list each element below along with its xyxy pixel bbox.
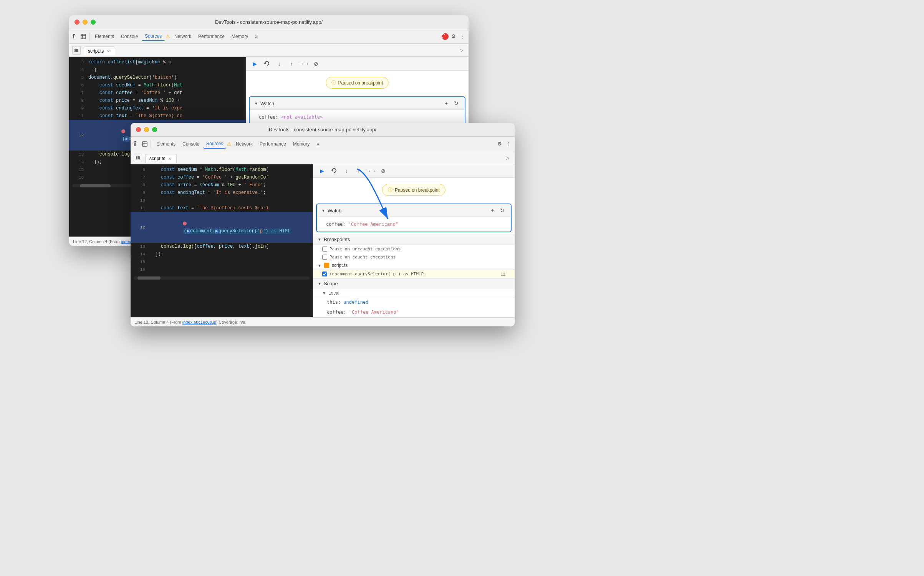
watch-add-btn-front[interactable]: +: [488, 207, 496, 214]
watch-box-front: ▼ Watch + ↻ coffee: "Coffee Americano": [316, 204, 512, 232]
sidebar-toggle-back[interactable]: [72, 46, 81, 55]
bp-line-item: (document.querySelector('p') as HTMLP… 1…: [313, 270, 515, 278]
inspect-icon-back[interactable]: [80, 33, 87, 40]
cursor-icon-front[interactable]: [134, 141, 141, 147]
file-tab-close-front[interactable]: ✕: [167, 156, 172, 161]
step-over-btn-front[interactable]: [329, 166, 339, 176]
step-into-btn-back[interactable]: ↓: [274, 59, 284, 69]
step-btn-front[interactable]: →→: [366, 166, 376, 176]
debug-toolbar-front: ▶ ↓ ↑ →→ ⊘: [313, 164, 515, 178]
cursor-icon-back[interactable]: [72, 33, 79, 40]
file-tabs-back: script.ts ✕ ▷: [69, 44, 469, 57]
step-out-btn-front[interactable]: ↑: [354, 166, 364, 176]
tab-sources-back[interactable]: Sources: [142, 32, 165, 41]
paused-text-back: Paused on breakpoint: [338, 80, 383, 86]
watch-entry-back: coffee: <not available>: [259, 114, 323, 120]
svg-rect-13: [137, 156, 140, 159]
tab-more-front[interactable]: »: [313, 140, 322, 148]
watch-actions-front: + ↻: [488, 207, 506, 214]
close-button-front[interactable]: [136, 127, 141, 132]
bp-line-label: (document.querySelector('p') as HTMLP…: [330, 271, 498, 276]
maximize-button-front[interactable]: [152, 127, 157, 132]
code-line-f7: 7 const coffee = 'Coffee ' + getRandomCo…: [131, 174, 313, 181]
tab-elements-front[interactable]: Elements: [153, 140, 179, 148]
minimize-button-back[interactable]: [83, 20, 88, 25]
bp-uncaught-label: Pause on uncaught exceptions: [330, 247, 505, 252]
bp-script-header[interactable]: ▼ 🟧 script.ts: [313, 261, 515, 270]
code-scrollbar-front[interactable]: [134, 276, 310, 280]
code-line-f12: 12 (▶document.▶querySelector('p') as HTM…: [131, 212, 313, 243]
tab-console-back[interactable]: Console: [118, 32, 141, 41]
file-nav-btn-front[interactable]: ▷: [503, 154, 512, 162]
sidebar-toggle-front[interactable]: [134, 154, 142, 162]
local-triangle: ▼: [322, 291, 326, 295]
watch-triangle-back: ▼: [254, 101, 258, 106]
code-line-f6: 6 const seedNum = Math.floor(Math.random…: [131, 166, 313, 174]
tab-more-back[interactable]: »: [252, 32, 261, 41]
close-button-back[interactable]: [75, 20, 79, 25]
step-into-btn-front[interactable]: ↓: [341, 166, 351, 176]
title-bar-back: DevTools - consistent-source-map-pc.netl…: [69, 15, 469, 29]
paused-info-icon-front: ⓘ: [388, 187, 392, 193]
watch-header-back[interactable]: ▼ Watch + ↻: [250, 97, 465, 110]
paused-banner-container-front: ⓘ Paused on breakpoint: [313, 178, 515, 202]
step-btn-back[interactable]: →→: [299, 59, 309, 69]
file-tab-script-back[interactable]: script.ts ✕: [84, 46, 115, 55]
watch-refresh-btn-back[interactable]: ↻: [452, 99, 460, 107]
minimize-button-front[interactable]: [144, 127, 149, 132]
file-tab-script-front[interactable]: script.ts ✕: [145, 154, 177, 163]
tab-sources-front[interactable]: Sources: [203, 139, 226, 149]
scope-triangle: ▼: [318, 281, 321, 286]
resume-btn-front[interactable]: ▶: [317, 166, 327, 176]
bp-line-checkbox[interactable]: [322, 271, 327, 276]
status-link-front[interactable]: index.a8c1ec6b.js: [182, 320, 216, 324]
deactivate-btn-front[interactable]: ⊘: [378, 166, 388, 176]
code-line-7: 7 const coffee = 'Coffee ' + get: [69, 89, 245, 97]
code-line-3: 3 return coffeeList[magicNum % c: [69, 58, 245, 66]
svg-rect-1: [73, 35, 74, 38]
title-bar-front: DevTools - consistent-source-map-pc.netl…: [131, 123, 515, 137]
watch-refresh-btn-front[interactable]: ↻: [498, 207, 506, 214]
status-text-front: Line 12, Column 4 (From index.a8c1ec6b.j…: [134, 320, 245, 324]
bp-uncaught-checkbox[interactable]: [322, 247, 327, 252]
maximize-button-back[interactable]: [91, 20, 96, 25]
settings-icon-front[interactable]: ⚙: [496, 141, 503, 147]
settings-icon-back[interactable]: ⚙: [450, 33, 457, 40]
step-out-btn-back[interactable]: ↑: [286, 59, 296, 69]
window-title-front: DevTools - consistent-source-map-pc.netl…: [269, 127, 376, 132]
local-scope-header[interactable]: ▼ Local: [313, 289, 515, 297]
file-nav-btn-back[interactable]: ▷: [457, 46, 465, 54]
code-area-front: 6 const seedNum = Math.floor(Math.random…: [131, 164, 313, 275]
watch-title-front: Watch: [328, 208, 488, 214]
step-over-btn-back[interactable]: [262, 59, 272, 69]
tab-network-back[interactable]: Network: [171, 32, 194, 41]
tab-elements-back[interactable]: Elements: [92, 32, 117, 41]
more-options-icon-back[interactable]: ⋮: [459, 33, 465, 40]
paused-info-icon-back: ⓘ: [331, 79, 336, 86]
tab-network-front[interactable]: Network: [233, 140, 256, 148]
deactivate-btn-back[interactable]: ⊘: [311, 59, 321, 69]
code-panel-front: 6 const seedNum = Math.floor(Math.random…: [131, 164, 313, 317]
svg-rect-7: [134, 141, 136, 142]
more-options-icon-front[interactable]: ⋮: [505, 141, 512, 147]
bp-script-name: script.ts: [332, 263, 510, 268]
tab-performance-back[interactable]: Performance: [195, 32, 228, 41]
file-tab-close-back[interactable]: ✕: [106, 48, 111, 54]
bp-triangle-front: ▼: [318, 237, 321, 242]
inspect-icon-front[interactable]: [141, 141, 148, 147]
bp-caught-checkbox[interactable]: [322, 255, 327, 260]
code-line-f8: 8 const price = seedNum % 100 + ' Euro';: [131, 181, 313, 189]
devtools-tabs-back: Elements Console Sources ⚠ Network Perfo…: [69, 29, 469, 44]
tab-memory-front[interactable]: Memory: [290, 140, 313, 148]
scope-header-front[interactable]: ▼ Scope: [313, 278, 515, 289]
breakpoints-header-front[interactable]: ▼ Breakpoints: [313, 234, 515, 245]
resume-btn-back[interactable]: ▶: [250, 59, 260, 69]
tab-performance-front[interactable]: Performance: [257, 140, 289, 148]
svg-rect-9: [142, 142, 147, 146]
tab-memory-back[interactable]: Memory: [229, 32, 251, 41]
watch-content-back: coffee: <not available>: [250, 110, 465, 124]
watch-header-front[interactable]: ▼ Watch + ↻: [317, 204, 511, 217]
devtools-window-front: DevTools - consistent-source-map-pc.netl…: [131, 123, 515, 326]
watch-add-btn-back[interactable]: +: [442, 99, 450, 107]
tab-console-front[interactable]: Console: [179, 140, 202, 148]
